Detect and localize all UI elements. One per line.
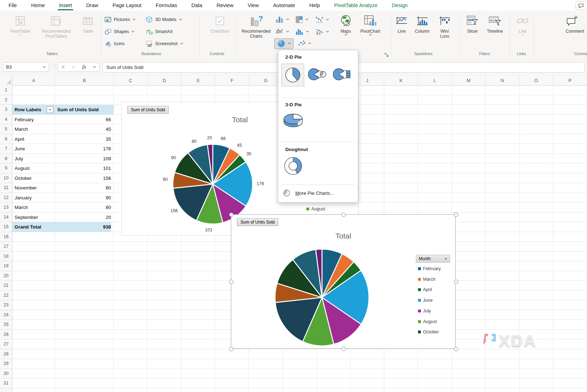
comment-button[interactable]: Comment [555, 14, 587, 50]
menu-tab-file[interactable]: File [8, 1, 17, 10]
charts-dialog-launcher[interactable] [384, 52, 389, 59]
icons-button[interactable]: Icons [105, 39, 125, 48]
legend-item-june[interactable]: June [418, 298, 433, 303]
pivot-row-value[interactable]: 20 [55, 213, 111, 222]
pivot-row-value[interactable]: 156 [55, 173, 111, 183]
comments-top-button[interactable] [576, 1, 587, 10]
row-header-10[interactable]: 10 [0, 173, 12, 183]
menu-tab-design[interactable]: Design [391, 1, 408, 10]
pivot-row-label[interactable]: March [12, 124, 55, 134]
row-header-6[interactable]: 6 [0, 134, 12, 144]
cancel-button[interactable]: ✕ [61, 64, 65, 70]
legend-item-august[interactable]: August [418, 319, 437, 324]
doughnut-option[interactable] [283, 156, 303, 176]
column-header-E[interactable]: E [181, 75, 215, 85]
insert-scatter-chart-button[interactable] [298, 39, 311, 48]
row-header-27[interactable]: 27 [0, 339, 12, 349]
legend-item-october[interactable]: October [418, 329, 439, 334]
row-header-30[interactable]: 30 [0, 369, 12, 379]
insert-hierarchy-chart-button[interactable] [296, 15, 308, 24]
row-header-18[interactable]: 18 [0, 252, 12, 262]
select-all-corner[interactable] [0, 75, 12, 85]
row-header-14[interactable]: 14 [0, 213, 12, 222]
checkbox-button[interactable]: Checkbox [207, 14, 233, 50]
selection-handle[interactable] [454, 280, 458, 284]
recommended-charts-button[interactable]: ? Recommended Charts [239, 14, 273, 50]
column-header-L[interactable]: L [418, 75, 452, 85]
row-header-12[interactable]: 12 [0, 193, 12, 203]
legend-item-august[interactable]: August [306, 206, 325, 211]
row-header-13[interactable]: 13 [0, 203, 12, 213]
selection-handle[interactable] [342, 213, 346, 217]
row-header-24[interactable]: 24 [0, 310, 12, 320]
pivot-row-label[interactable]: February [12, 115, 55, 125]
pivot-row-value[interactable]: 60 [55, 183, 111, 193]
row-header-7[interactable]: 7 [0, 144, 12, 154]
insert-column-chart-button[interactable] [276, 15, 289, 24]
insert-line-chart-button[interactable] [276, 27, 289, 36]
pivot-row-value[interactable]: 109 [55, 154, 111, 164]
pivot-row-value[interactable]: 90 [55, 193, 111, 203]
legend-item-july[interactable]: July [418, 308, 431, 313]
row-header-3[interactable]: 3 [0, 105, 12, 115]
insert-function-button[interactable]: fx [82, 64, 86, 70]
timeline-button[interactable]: Timeline [483, 14, 507, 50]
legend-item-march[interactable]: March [418, 277, 435, 282]
pivot-row-value[interactable]: 35 [55, 134, 111, 144]
pivot-row-label[interactable]: August [12, 163, 55, 173]
pie-chart-2-selected[interactable]: Sum of Units Sold Total Month ▼ February… [231, 214, 456, 349]
insert-pie-chart-button[interactable] [277, 39, 291, 48]
chart2-month-button[interactable]: Month ▼ [416, 255, 450, 263]
row-labels-filter-button[interactable]: ▼ [47, 106, 53, 113]
row-header-25[interactable]: 25 [0, 320, 12, 330]
pivotchart-button[interactable]: PivotChart [356, 14, 384, 50]
legend-item-april[interactable]: April [418, 287, 432, 292]
pivot-row-value[interactable]: 101 [55, 163, 111, 173]
row-header-15[interactable]: 15 [0, 222, 12, 232]
more-pie-charts-item[interactable]: More Pie Charts... [283, 189, 334, 197]
row-header-23[interactable]: 23 [0, 300, 12, 310]
pivot-row-label[interactable]: March [12, 203, 55, 213]
menu-tab-insert[interactable]: Insert [58, 1, 73, 10]
row-header-21[interactable]: 21 [0, 281, 12, 291]
pictures-button[interactable]: Pictures [105, 15, 136, 24]
pivot-row-value[interactable]: 45 [55, 124, 111, 134]
selection-handle[interactable] [229, 213, 233, 217]
table-button[interactable]: Table [78, 14, 97, 50]
bar-of-pie-option[interactable] [333, 66, 351, 82]
menu-tab-review[interactable]: Review [216, 1, 234, 10]
column-header-B[interactable]: B [55, 75, 114, 85]
pivot-row-label[interactable]: October [12, 173, 55, 183]
link-button[interactable]: Link [514, 14, 532, 50]
pivot-row-label[interactable]: April [12, 134, 55, 144]
column-header-M[interactable]: M [452, 75, 486, 85]
row-header-19[interactable]: 19 [0, 261, 12, 271]
pivot-row-value[interactable]: 176 [55, 144, 111, 154]
pivot-row-label[interactable]: June [12, 144, 55, 154]
name-box[interactable]: B3 [3, 62, 49, 72]
menu-tab-page-layout[interactable]: Page Layout [112, 1, 142, 10]
recommended-pivottables-button[interactable]: ? Recommended PivotTables [36, 14, 76, 50]
row-header-9[interactable]: 9 [0, 163, 12, 173]
pie-of-pie-option[interactable] [308, 66, 327, 82]
screenshot-button[interactable]: Screenshot [146, 39, 183, 48]
row-header-1[interactable]: 1 [0, 85, 12, 95]
menu-tab-pivottable-analyze[interactable]: PivotTable Analyze [333, 1, 378, 10]
column-header-F[interactable]: F [215, 75, 249, 85]
pivot-row-label[interactable]: September [12, 213, 55, 222]
column-header-A[interactable]: A [12, 75, 55, 85]
row-header-26[interactable]: 26 [0, 330, 12, 340]
column-header-O[interactable]: O [519, 75, 553, 85]
row-header-4[interactable]: 4 [0, 115, 12, 125]
menu-tab-draw[interactable]: Draw [85, 1, 99, 10]
formula-bar-grip[interactable]: ⋮ [52, 63, 57, 69]
row-header-20[interactable]: 20 [0, 271, 12, 281]
maps-button[interactable]: Maps [337, 14, 354, 50]
row-header-17[interactable]: 17 [0, 242, 12, 252]
insert-combo-chart-button[interactable] [316, 27, 329, 36]
selection-handle[interactable] [229, 280, 233, 284]
column-header-D[interactable]: D [148, 75, 181, 85]
column-header-K[interactable]: K [384, 75, 418, 85]
column-header-C[interactable]: C [114, 75, 148, 85]
pivot-row-label[interactable]: January [12, 193, 55, 203]
